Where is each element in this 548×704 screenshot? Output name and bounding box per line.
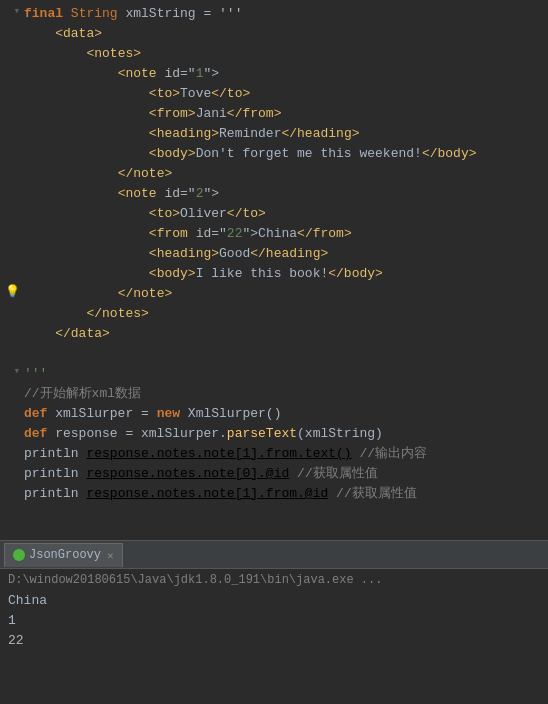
- code-line: println response.notes.note[1].from.text…: [0, 444, 548, 464]
- line-gutter: ▾: [4, 4, 24, 17]
- lightbulb-icon[interactable]: 💡: [5, 284, 20, 299]
- line-code: def xmlSlurper = new XmlSlurper(): [24, 404, 544, 424]
- code-token: id: [164, 66, 180, 81]
- code-token: id: [196, 226, 212, 241]
- code-token: id: [164, 186, 180, 201]
- code-token: <note: [118, 186, 165, 201]
- code-token: </note>: [118, 286, 173, 301]
- code-line: def xmlSlurper = new XmlSlurper(): [0, 404, 548, 424]
- code-token: (): [266, 406, 282, 421]
- panel-tab-bar: JsonGroovy ✕: [0, 541, 548, 569]
- code-token: xmlSlurper =: [47, 406, 156, 421]
- code-token: =": [180, 66, 196, 81]
- editor-area: ▾final String xmlString = ''' <data> <no…: [0, 0, 548, 540]
- code-line: <body>I like this book!</body>: [0, 264, 548, 284]
- code-token: ">: [203, 186, 219, 201]
- line-code: //开始解析xml数据: [24, 384, 544, 404]
- code-token: <heading>: [149, 246, 219, 261]
- code-token: <heading>: [149, 126, 219, 141]
- line-code: <notes>: [24, 44, 544, 64]
- line-code: </note>: [24, 164, 544, 184]
- code-line: <heading>Good</heading>: [0, 244, 548, 264]
- code-token: Jani: [196, 106, 227, 121]
- line-code: println response.notes.note[0].@id //获取属…: [24, 464, 544, 484]
- line-code: </note>: [24, 284, 544, 304]
- line-code: final String xmlString = ''': [24, 4, 544, 24]
- code-line: <note id="2">: [0, 184, 548, 204]
- line-code: <note id="2">: [24, 184, 544, 204]
- code-token: </notes>: [86, 306, 148, 321]
- code-line: <from>Jani</from>: [0, 104, 548, 124]
- code-token: ">: [203, 66, 219, 81]
- fold-icon[interactable]: ▾: [13, 364, 20, 377]
- code-token: </from>: [227, 106, 282, 121]
- code-token: println: [24, 446, 79, 461]
- code-token: response.notes.note[0].@id: [86, 466, 289, 481]
- code-token: <body>: [149, 266, 196, 281]
- output-line: 1: [8, 611, 540, 631]
- code-line: [0, 344, 548, 364]
- code-token: [328, 486, 336, 501]
- code-token: China: [258, 226, 297, 241]
- code-token: println: [24, 466, 79, 481]
- code-token: </from>: [297, 226, 352, 241]
- code-line: ▾''': [0, 364, 548, 384]
- code-token: Reminder: [219, 126, 281, 141]
- code-token: //输出内容: [359, 446, 427, 461]
- line-code: <heading>Reminder</heading>: [24, 124, 544, 144]
- code-line: <from id="22">China</from>: [0, 224, 548, 244]
- line-code: <to>Tove</to>: [24, 84, 544, 104]
- code-token: [63, 6, 71, 21]
- panel-tab[interactable]: JsonGroovy ✕: [4, 543, 123, 567]
- close-icon[interactable]: ✕: [107, 549, 114, 562]
- code-token: //获取属性值: [297, 466, 378, 481]
- code-line: <data>: [0, 24, 548, 44]
- run-command-line: D:\window20180615\Java\jdk1.8.0_191\bin\…: [8, 573, 540, 587]
- code-token: <note: [118, 66, 165, 81]
- code-token: <body>: [149, 146, 196, 161]
- code-token: //获取属性值: [336, 486, 417, 501]
- code-token: println: [24, 486, 79, 501]
- code-token: <to>: [149, 86, 180, 101]
- tab-run-icon: [13, 549, 25, 561]
- panel-content: D:\window20180615\Java\jdk1.8.0_191\bin\…: [0, 569, 548, 704]
- code-token: (xmlString): [297, 426, 383, 441]
- code-line: <to>Tove</to>: [0, 84, 548, 104]
- line-code: <from>Jani</from>: [24, 104, 544, 124]
- code-line: </notes>: [0, 304, 548, 324]
- code-line: <heading>Reminder</heading>: [0, 124, 548, 144]
- code-line: println response.notes.note[1].from.@id …: [0, 484, 548, 504]
- line-code: <heading>Good</heading>: [24, 244, 544, 264]
- line-code: </notes>: [24, 304, 544, 324]
- code-line: println response.notes.note[0].@id //获取属…: [0, 464, 548, 484]
- code-token: String: [71, 6, 118, 21]
- code-token: //开始解析xml数据: [24, 386, 141, 401]
- line-code: <data>: [24, 24, 544, 44]
- code-line: ▾final String xmlString = ''': [0, 4, 548, 24]
- code-line: 💡 </note>: [0, 284, 548, 304]
- output-line: China: [8, 591, 540, 611]
- line-code: println response.notes.note[1].from.@id …: [24, 484, 544, 504]
- code-token: </note>: [118, 166, 173, 181]
- code-line: def response = xmlSlurper.parseText(xmlS…: [0, 424, 548, 444]
- line-code: <from id="22">China</from>: [24, 224, 544, 244]
- code-token: [289, 466, 297, 481]
- code-token: Tove: [180, 86, 211, 101]
- code-line: <note id="1">: [0, 64, 548, 84]
- code-token: def: [24, 426, 47, 441]
- code-token: xmlString = ''': [118, 6, 243, 21]
- code-token: <notes>: [86, 46, 141, 61]
- code-token: XmlSlurper: [188, 406, 266, 421]
- fold-icon[interactable]: ▾: [13, 4, 20, 17]
- code-token: <from: [149, 226, 196, 241]
- line-code: </data>: [24, 324, 544, 344]
- line-code: def response = xmlSlurper.parseText(xmlS…: [24, 424, 544, 444]
- code-token: response = xmlSlurper.: [47, 426, 226, 441]
- line-code: <note id="1">: [24, 64, 544, 84]
- code-token: parseText: [227, 426, 297, 441]
- code-token: response.notes.note[1].from.@id: [86, 486, 328, 501]
- code-token: Don't forget me this weekend!: [196, 146, 422, 161]
- output-line: 22: [8, 631, 540, 651]
- code-line: <body>Don't forget me this weekend!</bod…: [0, 144, 548, 164]
- code-line: <to>Oliver</to>: [0, 204, 548, 224]
